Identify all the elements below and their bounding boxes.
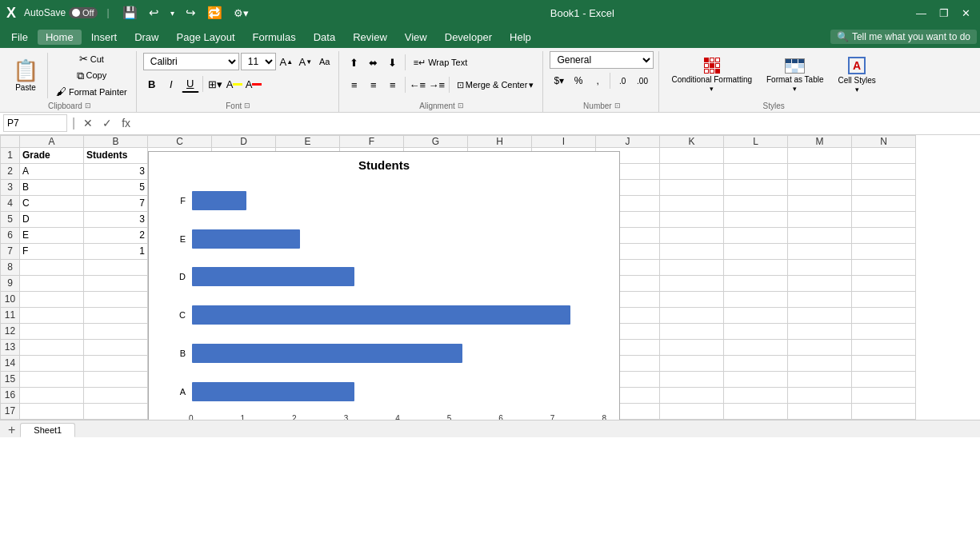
cell-L16[interactable] [724,387,788,403]
cell-B4[interactable]: 7 [84,195,148,211]
cell-L6[interactable] [724,227,788,243]
cell-B11[interactable] [84,307,148,323]
cell-A1[interactable]: Grade [20,147,84,163]
cell-K17[interactable] [660,403,724,419]
cell-K14[interactable] [660,355,724,371]
autosave-extra-btn[interactable]: 🔁 [204,4,226,22]
cell-A13[interactable] [20,339,84,355]
cell-M6[interactable] [788,227,852,243]
cell-M2[interactable] [788,163,852,179]
cell-N9[interactable] [852,275,916,291]
decrease-decimal-btn[interactable]: .00 [633,75,652,87]
cell-K16[interactable] [660,387,724,403]
cell-K3[interactable] [660,179,724,195]
cell-M10[interactable] [788,291,852,307]
font-size-select[interactable]: 11 [241,53,276,70]
close-btn[interactable]: ✕ [958,6,974,21]
decrease-font-btn[interactable]: A▼ [297,53,314,70]
clear-format-btn[interactable]: Aa [316,53,334,70]
formula-function-btn[interactable]: fx [118,115,134,131]
cell-B1[interactable]: Students [84,147,148,163]
copy-button[interactable]: ⧉ Copy [52,68,131,84]
cell-M1[interactable] [788,147,852,163]
cell-B16[interactable] [84,387,148,403]
cell-L1[interactable] [724,147,788,163]
menu-help[interactable]: Help [502,30,539,45]
cell-L4[interactable] [724,195,788,211]
cell-L11[interactable] [724,307,788,323]
cell-K1[interactable] [660,147,724,163]
cell-L10[interactable] [724,291,788,307]
menu-file[interactable]: File [3,30,36,45]
cell-A17[interactable] [20,403,84,419]
underline-btn[interactable]: U [182,75,199,93]
cell-B14[interactable] [84,355,148,371]
cell-K4[interactable] [660,195,724,211]
cell-L5[interactable] [724,211,788,227]
formula-input[interactable] [137,114,977,132]
bold-btn[interactable]: B [143,75,161,93]
menu-review[interactable]: Review [345,30,395,45]
cell-K9[interactable] [660,275,724,291]
cell-B12[interactable] [84,323,148,339]
grid-wrapper[interactable]: A B C D E F G H I J K L M N 1Gra [0,135,980,420]
customize-btn[interactable]: ⚙▾ [230,6,252,21]
cell-A15[interactable] [20,371,84,387]
new-sheet-btn[interactable]: + [3,423,20,437]
cell-N17[interactable] [852,403,916,419]
col-header-I[interactable]: I [532,135,596,147]
col-header-K[interactable]: K [660,135,724,147]
cell-K15[interactable] [660,371,724,387]
formula-cancel-btn[interactable]: ✕ [80,115,96,131]
menu-home[interactable]: Home [38,30,82,45]
cut-button[interactable]: ✂ Cut [52,51,131,67]
cell-M4[interactable] [788,195,852,211]
restore-btn[interactable]: ❐ [936,6,952,21]
cell-N8[interactable] [852,259,916,275]
cell-styles-dropdown[interactable]: ▾ [855,86,859,94]
col-header-D[interactable]: D [212,135,276,147]
col-header-E[interactable]: E [276,135,340,147]
cell-N3[interactable] [852,179,916,195]
cell-B17[interactable] [84,403,148,419]
cell-B10[interactable] [84,291,148,307]
cond-format-dropdown[interactable]: ▾ [710,85,714,93]
cell-N10[interactable] [852,291,916,307]
cell-L17[interactable] [724,403,788,419]
cell-B5[interactable]: 3 [84,211,148,227]
cell-B13[interactable] [84,339,148,355]
col-header-N[interactable]: N [852,135,916,147]
col-header-A[interactable]: A [20,135,84,147]
cell-A16[interactable] [20,387,84,403]
cell-M11[interactable] [788,307,852,323]
cell-M7[interactable] [788,243,852,259]
autosave-toggle[interactable]: AutoSave Off [24,7,98,18]
menu-data[interactable]: Data [306,30,343,45]
cell-M12[interactable] [788,323,852,339]
cell-K7[interactable] [660,243,724,259]
cell-M3[interactable] [788,179,852,195]
cell-B8[interactable] [84,259,148,275]
cell-M9[interactable] [788,275,852,291]
cell-K8[interactable] [660,259,724,275]
cell-N1[interactable] [852,147,916,163]
cell-reference-box[interactable] [3,114,67,132]
menu-page-layout[interactable]: Page Layout [169,30,243,45]
cell-L15[interactable] [724,371,788,387]
cell-A10[interactable] [20,291,84,307]
cell-K5[interactable] [660,211,724,227]
cell-K6[interactable] [660,227,724,243]
align-left-btn[interactable]: ≡ [346,76,363,94]
cell-M14[interactable] [788,355,852,371]
alignment-expand-icon[interactable]: ⊡ [458,102,464,110]
minimize-btn[interactable]: — [913,6,930,21]
cell-B6[interactable]: 2 [84,227,148,243]
menu-formulas[interactable]: Formulas [245,30,304,45]
cell-K11[interactable] [660,307,724,323]
cell-L14[interactable] [724,355,788,371]
sheet-tab-sheet1[interactable]: Sheet1 [20,423,75,437]
col-header-J[interactable]: J [596,135,660,147]
format-as-table-btn[interactable]: Format as Table ▾ [761,56,830,95]
cell-N4[interactable] [852,195,916,211]
formula-confirm-btn[interactable]: ✓ [99,115,115,131]
